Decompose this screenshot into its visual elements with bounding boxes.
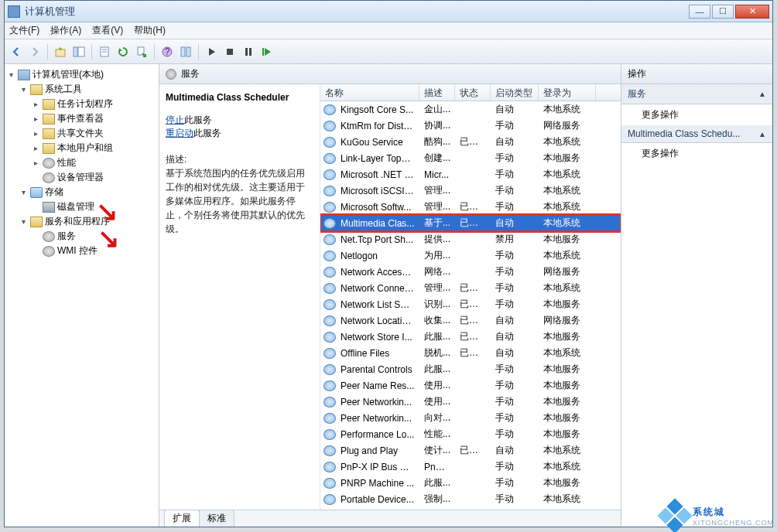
- cell-logon: 本地系统: [539, 444, 596, 457]
- svg-rect-14: [262, 48, 264, 56]
- cell-desc: 使计...: [419, 444, 455, 457]
- service-row[interactable]: Peer Networkin... 向对... 手动 本地服务: [320, 410, 621, 426]
- menu-view[interactable]: 查看(V): [92, 24, 123, 37]
- service-row[interactable]: Microsoft iSCSI I... 管理... 手动 本地系统: [320, 182, 621, 199]
- service-row[interactable]: Microsoft Softw... 管理... 已启动 手动 本地系统: [320, 199, 621, 215]
- collapse-icon: ▲: [758, 130, 766, 138]
- options-button[interactable]: [177, 43, 194, 60]
- service-list[interactable]: Kingsoft Core S... 金山... 自动 本地系统 KtmRm f…: [320, 101, 621, 510]
- service-row[interactable]: Netlogon 为用... 手动 本地系统: [320, 247, 621, 264]
- cell-desc: 为用...: [419, 249, 455, 262]
- tree-item[interactable]: ▸ 共享文件夹: [6, 126, 157, 141]
- restart-service-button[interactable]: [258, 43, 276, 60]
- cell-name: KuGou Service: [336, 137, 419, 148]
- help-button[interactable]: ?: [159, 43, 176, 60]
- menu-help[interactable]: 帮助(H): [134, 24, 166, 37]
- cell-start: 手动: [491, 379, 539, 392]
- cell-logon: 本地服务: [539, 298, 596, 311]
- tree-item[interactable]: ▸ 性能: [6, 155, 157, 170]
- nav-tree[interactable]: ▾ 计算机管理(本地) ▾ 系统工具 ▸ 任务计划程序 ▸ 事件查看器 ▸ 共享…: [5, 64, 159, 527]
- cell-status: 已启动: [455, 346, 491, 360]
- cell-start: 自动: [491, 444, 539, 457]
- service-row[interactable]: Parental Controls 此服... 手动 本地服务: [320, 361, 621, 377]
- start-service-button[interactable]: [203, 43, 220, 60]
- service-row[interactable]: Multimedia Clas... 基于... 已启动 自动 本地系统: [320, 215, 621, 231]
- service-row[interactable]: PNRP Machine ... 此服... 手动 本地服务: [320, 475, 621, 491]
- tab-extended[interactable]: 扩展: [164, 510, 200, 527]
- cell-logon: 网络服务: [539, 265, 596, 278]
- up-button[interactable]: [52, 43, 69, 60]
- service-icon: [323, 364, 336, 375]
- tree-item[interactable]: WMI 控件: [6, 244, 157, 258]
- tree-item[interactable]: ▸ 任务计划程序: [6, 97, 157, 111]
- col-start[interactable]: 启动类型: [491, 84, 539, 101]
- service-row[interactable]: Network Locatio... 收集... 已启动 自动 网络服务: [320, 312, 621, 329]
- cell-status: 已启动: [455, 135, 491, 148]
- tree-root[interactable]: ▾ 计算机管理(本地): [6, 67, 157, 82]
- tree-item[interactable]: ▾ 存储: [6, 185, 157, 200]
- service-row[interactable]: Peer Networkin... 使用... 手动 本地服务: [320, 394, 621, 410]
- column-headers[interactable]: 名称 描述 状态 启动类型 登录为: [320, 84, 621, 101]
- service-row[interactable]: Network Connec... 管理... 已启动 手动 本地系统: [320, 280, 621, 296]
- cell-name: Peer Name Res...: [336, 380, 419, 391]
- menu-action[interactable]: 操作(A): [50, 24, 81, 37]
- service-row[interactable]: Kingsoft Core S... 金山... 自动 本地系统: [320, 101, 621, 118]
- service-icon: [323, 121, 336, 131]
- service-row[interactable]: Offline Files 脱机... 已启动 自动 本地系统: [320, 345, 621, 361]
- tree-item[interactable]: ▸ 事件查看器: [6, 111, 157, 126]
- show-hide-tree-button[interactable]: [70, 43, 87, 60]
- col-status[interactable]: 状态: [455, 84, 491, 101]
- service-row[interactable]: KtmRm for Distri... 协调... 手动 网络服务: [320, 118, 621, 134]
- refresh-button[interactable]: [115, 43, 132, 60]
- minimize-button[interactable]: —: [689, 5, 710, 19]
- tree-item[interactable]: 设备管理器: [6, 170, 157, 185]
- titlebar[interactable]: 计算机管理 — ☐ ✕: [5, 1, 772, 22]
- service-row[interactable]: Performance Lo... 性能... 手动 本地服务: [320, 426, 621, 442]
- service-row[interactable]: Link-Layer Topol... 创建... 手动 本地服务: [320, 150, 621, 166]
- cell-logon: 本地服务: [539, 379, 596, 392]
- properties-button[interactable]: [96, 43, 113, 60]
- stop-service-link[interactable]: 停止: [166, 114, 184, 125]
- service-row[interactable]: Microsoft .NET F... Micr... 手动 本地系统: [320, 166, 621, 182]
- menu-file[interactable]: 文件(F): [9, 24, 39, 37]
- service-row[interactable]: Portable Device... 强制... 手动 本地系统: [320, 491, 621, 507]
- stop-service-button[interactable]: [221, 43, 238, 60]
- service-row[interactable]: Peer Name Res... 使用... 手动 本地服务: [320, 377, 621, 394]
- service-row[interactable]: Network Store I... 此服... 已启动 自动 本地服务: [320, 329, 621, 345]
- restart-service-link[interactable]: 重启动: [166, 128, 193, 138]
- tree-item[interactable]: ▾ 系统工具: [6, 82, 157, 97]
- svg-rect-10: [187, 47, 190, 56]
- actions-more-2[interactable]: 更多操作: [621, 143, 772, 164]
- service-icon: [323, 299, 336, 310]
- tree-item[interactable]: 服务: [6, 229, 157, 244]
- service-row[interactable]: PnP-X IP Bus En... PnP-... 手动 本地系统: [320, 459, 621, 475]
- svg-rect-11: [227, 49, 233, 55]
- close-button[interactable]: ✕: [735, 5, 769, 19]
- service-row[interactable]: Net.Tcp Port Sh... 提供... 禁用 本地服务: [320, 231, 621, 247]
- cell-name: Network Access ...: [336, 267, 419, 278]
- tab-standard[interactable]: 标准: [199, 510, 234, 527]
- pause-service-button[interactable]: [240, 43, 257, 60]
- cell-logon: 本地服务: [539, 233, 596, 246]
- actions-group-services[interactable]: 服务▲: [621, 84, 772, 104]
- col-desc[interactable]: 描述: [419, 84, 455, 101]
- cell-desc: PnP-...: [419, 462, 455, 472]
- col-name[interactable]: 名称: [320, 84, 419, 101]
- export-button[interactable]: [133, 43, 150, 60]
- tree-item[interactable]: ▸ 本地用户和组: [6, 141, 157, 155]
- service-row[interactable]: Network List Ser... 识别... 已启动 手动 本地服务: [320, 296, 621, 312]
- cell-name: Netlogon: [336, 251, 419, 261]
- tree-item[interactable]: 磁盘管理: [6, 200, 157, 214]
- actions-more-1[interactable]: 更多操作: [621, 104, 772, 125]
- content-header: 服务: [159, 64, 621, 84]
- service-row[interactable]: Plug and Play 使计... 已启动 自动 本地系统: [320, 442, 621, 459]
- cell-desc: 基于...: [419, 217, 455, 230]
- col-logon[interactable]: 登录为: [539, 84, 596, 101]
- back-button[interactable]: [8, 43, 25, 60]
- actions-group-selected[interactable]: Multimedia Class Schedu...▲: [621, 125, 772, 143]
- service-row[interactable]: Network Access ... 网络... 手动 网络服务: [320, 264, 621, 280]
- forward-button[interactable]: [26, 43, 43, 60]
- service-row[interactable]: KuGou Service 酷狗... 已启动 自动 本地系统: [320, 134, 621, 150]
- tree-item[interactable]: ▾ 服务和应用程序: [6, 214, 157, 229]
- maximize-button[interactable]: ☐: [712, 5, 734, 19]
